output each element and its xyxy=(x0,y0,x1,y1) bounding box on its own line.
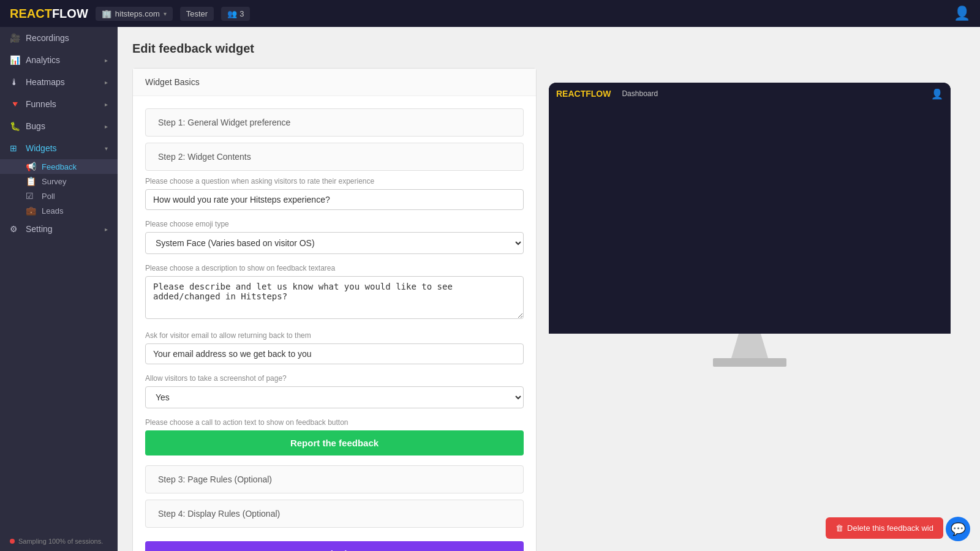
sidebar-item-poll[interactable]: ☑ Poll xyxy=(0,189,118,203)
heatmaps-icon: 🌡 xyxy=(10,77,20,87)
survey-icon: 📋 xyxy=(26,176,36,186)
widgets-icon: ⊞ xyxy=(10,143,20,153)
screenshot-label: Allow visitors to take a screenshot of p… xyxy=(145,374,524,383)
desc-label: Please choose a description to show on f… xyxy=(145,264,524,272)
feedback-icon: 📢 xyxy=(26,162,36,171)
email-group: Ask for visitor email to allow returning… xyxy=(145,331,524,364)
cta-group: Please choose a call to action text to s… xyxy=(145,418,524,455)
funnels-icon: 🔻 xyxy=(10,99,20,109)
sidebar-item-label: Heatmaps xyxy=(26,77,65,87)
sidebar-item-label: Bugs xyxy=(26,121,45,131)
card-body: Step 1: General Widget preference Step 2… xyxy=(133,96,536,551)
team-count: 3 xyxy=(239,9,244,18)
sidebar-item-recordings[interactable]: 🎥 Recordings xyxy=(0,27,118,49)
step1-block[interactable]: Step 1: General Widget preference xyxy=(145,108,524,137)
chevron-icon: ▸ xyxy=(105,226,108,233)
step3-label: Step 3: Page Rules (Optional) xyxy=(158,474,272,484)
topbar: REACTFLOW 🏢 hitsteps.com ▾ Tester 👥 3 👤 xyxy=(0,0,980,27)
content-area: Edit feedback widget Widget Basics Step … xyxy=(118,27,980,551)
sidebar-item-bugs[interactable]: 🐛 Bugs ▸ xyxy=(0,115,118,137)
team-icon: 👥 xyxy=(227,9,237,18)
monitor: REACTFLOW Dashboard 👤 Welcome to the sam… xyxy=(549,83,951,367)
sidebar-item-survey[interactable]: 📋 Survey xyxy=(0,174,118,189)
email-input[interactable] xyxy=(145,343,524,364)
chevron-icon: ▸ xyxy=(105,101,108,108)
sidebar-item-feedback[interactable]: 📢 Feedback xyxy=(0,159,118,174)
setting-icon: ⚙ xyxy=(10,224,20,234)
sidebar-item-widgets[interactable]: ⊞ Widgets ▾ xyxy=(0,137,118,159)
analytics-icon: 📊 xyxy=(10,55,20,65)
step2-label: Step 2: Widget Contents xyxy=(158,152,251,162)
chevron-icon: ▸ xyxy=(105,79,108,86)
sampling-dot xyxy=(10,539,15,544)
submit-button[interactable]: Submit xyxy=(145,541,524,551)
user-avatar[interactable]: 👤 xyxy=(954,6,970,21)
preview-panel: REACTFLOW Dashboard 👤 Welcome to the sam… xyxy=(549,68,965,551)
chevron-icon: ▾ xyxy=(105,145,108,152)
question-group: Please choose a question when asking vis… xyxy=(145,177,524,210)
emoji-select[interactable]: System Face (Varies based on visitor OS)… xyxy=(145,232,524,254)
recordings-icon: 🎥 xyxy=(10,33,20,43)
monitor-nav: Dashboard xyxy=(622,89,658,98)
chat-button[interactable]: 💬 xyxy=(946,517,970,541)
cta-preview-button: Report the feedback xyxy=(145,430,524,455)
sidebar-item-label: Analytics xyxy=(26,55,60,65)
monitor-logo-flow: FLOW xyxy=(586,89,611,99)
question-input[interactable] xyxy=(145,189,524,210)
bugs-icon: 🐛 xyxy=(10,121,20,131)
sidebar-item-analytics[interactable]: 📊 Analytics ▸ xyxy=(0,49,118,71)
site-selector[interactable]: 🏢 hitsteps.com ▾ xyxy=(96,7,173,21)
sidebar-item-label: Poll xyxy=(42,192,55,201)
sidebar-item-label: Funnels xyxy=(26,99,56,109)
sidebar-item-label: Setting xyxy=(26,224,53,234)
sidebar: 🎥 Recordings 📊 Analytics ▸ 🌡 Heatmaps ▸ … xyxy=(0,27,118,551)
user-label: Tester xyxy=(180,7,214,21)
logo: REACTFLOW xyxy=(10,7,88,21)
team-badge[interactable]: 👥 3 xyxy=(221,7,250,21)
desc-group: Please choose a description to show on f… xyxy=(145,264,524,321)
question-label: Please choose a question when asking vis… xyxy=(145,177,524,186)
chevron-icon: ▸ xyxy=(105,123,108,130)
screenshot-group: Allow visitors to take a screenshot of p… xyxy=(145,374,524,408)
monitor-base xyxy=(713,358,786,367)
sampling-info: Sampling 100% of sessions. xyxy=(0,531,118,551)
leads-icon: 💼 xyxy=(26,206,36,216)
logo-react: REACT xyxy=(10,7,52,20)
step3-block[interactable]: Step 3: Page Rules (Optional) xyxy=(145,465,524,493)
desc-textarea[interactable]: Please describe and let us know what you… xyxy=(145,276,524,319)
sidebar-item-heatmaps[interactable]: 🌡 Heatmaps ▸ xyxy=(0,71,118,93)
site-icon: 🏢 xyxy=(102,9,111,18)
main-layout: 🎥 Recordings 📊 Analytics ▸ 🌡 Heatmaps ▸ … xyxy=(0,27,980,551)
poll-icon: ☑ xyxy=(26,191,36,201)
monitor-screen: REACTFLOW Dashboard 👤 Welcome to the sam… xyxy=(549,83,951,334)
widget-basics-card: Widget Basics Step 1: General Widget pre… xyxy=(132,68,537,551)
step2-block[interactable]: Step 2: Widget Contents xyxy=(145,143,524,171)
sidebar-item-setting[interactable]: ⚙ Setting ▸ xyxy=(0,218,118,240)
monitor-logo: REACTFLOW xyxy=(556,89,611,99)
monitor-avatar: 👤 xyxy=(931,88,943,100)
sidebar-item-label: Recordings xyxy=(26,33,69,43)
monitor-topbar: REACTFLOW Dashboard 👤 xyxy=(549,83,951,105)
site-name: hitsteps.com xyxy=(115,9,160,18)
delete-label: Delete this feedback wid xyxy=(847,523,933,533)
chevron-down-icon: ▾ xyxy=(164,10,167,17)
monitor-stand xyxy=(731,334,768,358)
delete-button[interactable]: 🗑 Delete this feedback wid xyxy=(826,517,943,539)
emoji-group: Please choose emoji type System Face (Va… xyxy=(145,220,524,254)
sampling-text: Sampling 100% of sessions. xyxy=(18,538,103,545)
sidebar-item-leads[interactable]: 💼 Leads xyxy=(0,203,118,218)
page-title: Edit feedback widget xyxy=(132,42,965,56)
step4-block[interactable]: Step 4: Display Rules (Optional) xyxy=(145,500,524,528)
logo-flow: FLOW xyxy=(52,7,88,20)
step4-label: Step 4: Display Rules (Optional) xyxy=(158,509,280,519)
form-column: Widget Basics Step 1: General Widget pre… xyxy=(132,68,537,551)
two-col-layout: Widget Basics Step 1: General Widget pre… xyxy=(132,68,965,551)
monitor-stand-group xyxy=(549,334,951,367)
messenger-icon: 💬 xyxy=(951,522,966,536)
monitor-logo-react: REACT xyxy=(556,89,586,99)
emoji-label: Please choose emoji type xyxy=(145,220,524,228)
sidebar-item-funnels[interactable]: 🔻 Funnels ▸ xyxy=(0,93,118,115)
card-header: Widget Basics xyxy=(133,69,536,96)
screenshot-select[interactable]: Yes No xyxy=(145,386,524,408)
cta-label: Please choose a call to action text to s… xyxy=(145,418,524,427)
